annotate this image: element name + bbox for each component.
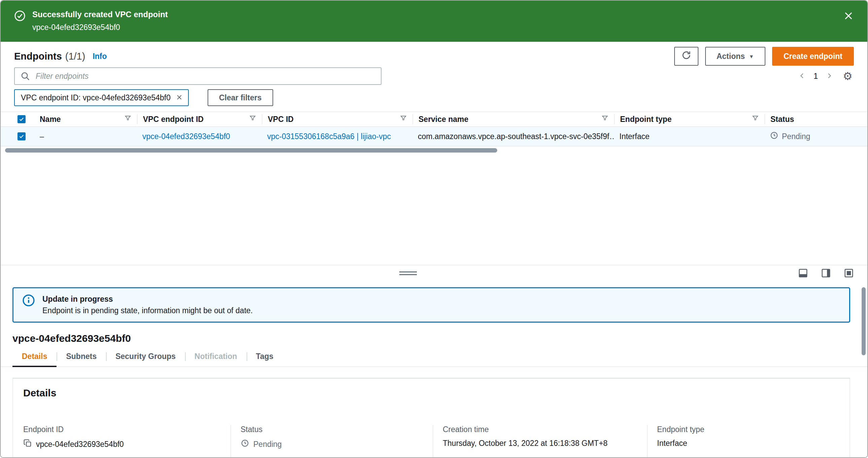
horizontal-scrollbar-thumb[interactable]: [5, 148, 497, 152]
column-header-service-name[interactable]: Service name: [412, 114, 614, 124]
field-label: Endpoint ID: [23, 425, 230, 434]
flashbar-subtitle: vpce-04efed32693e54bf0: [32, 22, 168, 32]
panel-side-icon: [821, 268, 831, 279]
column-header-endpoint-type[interactable]: Endpoint type: [614, 114, 764, 124]
split-panel-divider: [1, 265, 867, 282]
tab-security-groups[interactable]: Security Groups: [106, 347, 185, 366]
detail-tabs: Details Subnets Security Groups Notifica…: [1, 347, 867, 367]
horizontal-scrollbar: [1, 148, 867, 152]
endpoints-table: Name VPC endpoint ID VPC ID: [1, 112, 867, 152]
remove-filter-button[interactable]: [170, 94, 188, 102]
details-fields: Endpoint ID vpce-04efed32693e54bf0 Statu…: [13, 425, 849, 458]
pagination: 1: [797, 71, 834, 82]
tab-subnets[interactable]: Subnets: [57, 347, 106, 366]
cell-status: Pending: [764, 131, 867, 142]
filter-funnel-icon[interactable]: [752, 115, 759, 124]
refresh-icon: [681, 50, 691, 62]
tab-details[interactable]: Details: [12, 347, 57, 367]
filter-endpoints-input[interactable]: [14, 67, 381, 85]
select-all-cell: [1, 115, 34, 123]
pending-clock-icon: [241, 439, 249, 450]
column-label: VPC ID: [268, 115, 294, 124]
filter-chips-row: VPC endpoint ID: vpce-04efed32693e54bf0 …: [14, 89, 854, 106]
vpc-id-link[interactable]: vpc-03155306168c5a9a6 | lijiao-vpc: [267, 132, 391, 141]
flashbar-text: Successfully created VPC endpoint vpce-0…: [32, 9, 168, 32]
detail-panel: Update in progress Endpoint is in pendin…: [1, 282, 867, 458]
previous-page-button[interactable]: [797, 71, 807, 82]
panel-full-layout-button[interactable]: [844, 268, 854, 279]
console-window: Successfully created VPC endpoint vpce-0…: [0, 0, 868, 458]
field-endpoint-type: Endpoint type Interface: [647, 425, 852, 458]
cell-vpc-id: vpc-03155306168c5a9a6 | lijiao-vpc: [262, 132, 412, 141]
flashbar-close-button[interactable]: [842, 9, 855, 23]
column-header-name[interactable]: Name: [34, 114, 137, 124]
chevron-right-icon: [825, 72, 833, 81]
flashbar-title: Successfully created VPC endpoint: [32, 9, 168, 20]
vertical-scrollbar-thumb[interactable]: [862, 287, 866, 355]
info-icon: [22, 294, 35, 308]
cell-endpoint-type: Interface: [614, 132, 764, 141]
update-in-progress-alert: Update in progress Endpoint is in pendin…: [12, 287, 850, 323]
field-value: Thursday, October 13, 2022 at 16:18:38 G…: [443, 439, 647, 448]
field-status: Status Pending: [230, 425, 433, 458]
filter-funnel-icon[interactable]: [400, 115, 407, 124]
field-label: Creation time: [443, 425, 647, 434]
field-value: Interface: [657, 439, 852, 448]
clear-filters-button[interactable]: Clear filters: [208, 89, 273, 106]
status-value: Pending: [253, 440, 282, 449]
gear-icon: ⚙: [843, 71, 852, 82]
pending-clock-icon: [770, 131, 778, 142]
create-endpoint-button[interactable]: Create endpoint: [772, 47, 854, 66]
details-card: Details Endpoint ID vpce-04efed32693e54b…: [12, 378, 850, 458]
column-label: Name: [40, 115, 61, 124]
column-label: Status: [770, 115, 794, 124]
details-section-title: Details: [13, 378, 849, 399]
clear-filters-label: Clear filters: [219, 93, 262, 103]
actions-button-label: Actions: [717, 52, 745, 61]
filter-funnel-icon[interactable]: [601, 115, 609, 124]
table-row[interactable]: – vpce-04efed32693e54bf0 vpc-03155306168…: [1, 127, 867, 146]
caret-down-icon: ▼: [749, 54, 754, 59]
column-header-status[interactable]: Status: [764, 114, 867, 124]
select-all-checkbox[interactable]: [18, 115, 26, 123]
tab-notification: Notification: [185, 347, 247, 366]
copy-icon[interactable]: [23, 439, 32, 450]
tab-tags[interactable]: Tags: [247, 347, 283, 366]
alert-message: Endpoint is in pending state, informatio…: [42, 306, 253, 316]
filter-input-wrapper: [14, 67, 381, 85]
creation-time-value: Thursday, October 13, 2022 at 16:18:38 G…: [443, 439, 608, 448]
remove-filter-icon: [176, 94, 183, 102]
filter-row: 1 ⚙: [14, 67, 854, 85]
column-label: Endpoint type: [620, 115, 672, 124]
success-check-icon: [14, 10, 26, 23]
current-page[interactable]: 1: [813, 71, 818, 81]
status-text: Pending: [782, 132, 810, 141]
actions-button[interactable]: Actions ▼: [705, 47, 765, 66]
row-checkbox[interactable]: [18, 132, 26, 140]
info-link[interactable]: Info: [93, 52, 107, 61]
field-label: Status: [241, 425, 433, 434]
field-value: Pending: [241, 439, 433, 450]
column-header-vpc-endpoint-id[interactable]: VPC endpoint ID: [137, 114, 262, 124]
panel-full-icon: [844, 268, 854, 279]
filter-funnel-icon[interactable]: [249, 115, 256, 124]
refresh-button[interactable]: [674, 47, 699, 66]
panel-side-layout-button[interactable]: [821, 268, 831, 279]
cell-service-name: com.amazonaws.vpce.ap-southeast-1.vpce-s…: [412, 132, 614, 141]
alert-text: Update in progress Endpoint is in pendin…: [42, 294, 253, 316]
row-select-cell: [1, 132, 34, 140]
panel-bottom-layout-button[interactable]: [798, 268, 808, 279]
alert-title: Update in progress: [42, 294, 253, 305]
cell-name: –: [34, 132, 137, 141]
next-page-button[interactable]: [824, 71, 834, 82]
filter-funnel-icon[interactable]: [124, 115, 131, 124]
column-label: Service name: [418, 115, 468, 124]
create-endpoint-label: Create endpoint: [783, 52, 842, 61]
cell-vpc-endpoint-id: vpce-04efed32693e54bf0: [137, 132, 262, 141]
preferences-button[interactable]: ⚙: [841, 69, 854, 83]
endpoints-table-section: Endpoints (1/1) Info Actions ▼ Create en…: [1, 42, 867, 265]
split-drag-handle[interactable]: [399, 271, 417, 275]
vpc-endpoint-id-link[interactable]: vpce-04efed32693e54bf0: [142, 132, 230, 141]
column-header-vpc-id[interactable]: VPC ID: [262, 114, 412, 124]
toolbar-actions: Actions ▼ Create endpoint: [674, 47, 854, 66]
